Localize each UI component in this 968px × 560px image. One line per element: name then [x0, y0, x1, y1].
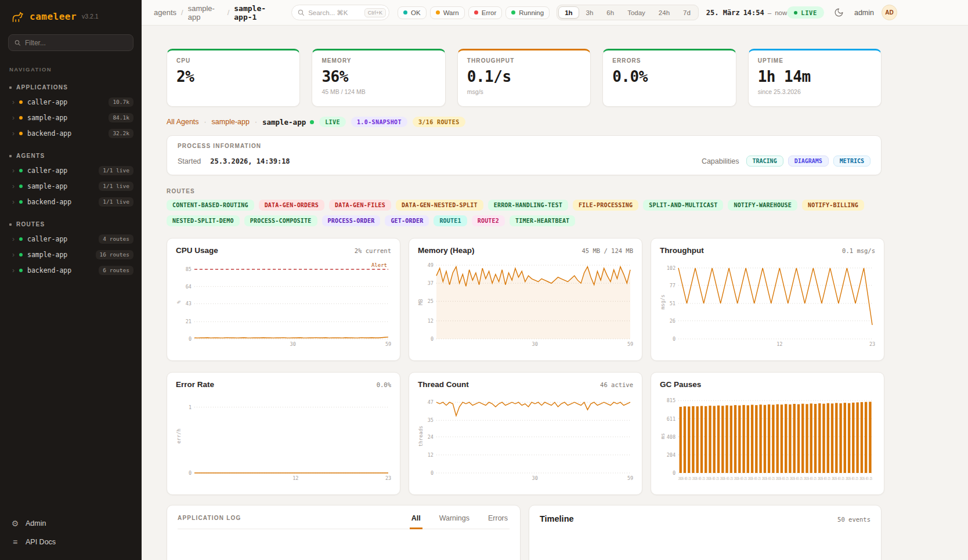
theme-toggle-button[interactable] — [832, 5, 847, 20]
sidebar-section-label: AGENTS — [16, 153, 45, 159]
route-chips: CONTENT-BASED-ROUTINGDATA-GEN-ORDERSDATA… — [167, 200, 882, 226]
svg-text:err/h: err/h — [176, 429, 182, 444]
sidebar-filter-input[interactable] — [25, 39, 127, 47]
sidebar-section-header[interactable]: ROUTES — [0, 219, 142, 231]
cameleer-logo-icon — [9, 9, 24, 24]
route-chip-data-gen-orders[interactable]: DATA-GEN-ORDERS — [259, 200, 324, 211]
top-header: agents/sample-app/sample-app-1 Ctrl+K OK… — [142, 0, 968, 26]
svg-text:23: 23 — [385, 475, 391, 481]
gear-icon: ⚙ — [10, 519, 20, 528]
route-chip-data-gen-nested-split[interactable]: DATA-GEN-NESTED-SPLIT — [396, 200, 483, 211]
range-6h[interactable]: 6h — [600, 6, 620, 19]
svg-text:2026-03-25 2026-03-25 2026-03-: 2026-03-25 2026-03-25 2026-03-25 2026-03… — [678, 476, 872, 481]
breadcrumb-item-sample-app[interactable]: sample-app — [188, 4, 223, 21]
stat-card-throughput: THROUGHPUT0.1/smsg/s — [457, 49, 591, 107]
range-3h[interactable]: 3h — [580, 6, 600, 19]
route-chip-file-processing[interactable]: FILE-PROCESSING — [573, 200, 638, 211]
svg-text:47: 47 — [428, 399, 434, 405]
breadcrumb-item-agents[interactable]: agents — [154, 8, 176, 17]
svg-text:815: 815 — [667, 398, 676, 403]
search-input[interactable] — [308, 9, 361, 16]
log-tab-all[interactable]: All — [410, 514, 422, 529]
route-chip-notify-warehouse[interactable]: NOTIFY-WAREHOUSE — [728, 200, 797, 211]
sidebar-item-caller-app[interactable]: ›caller-app4 routes — [0, 231, 142, 247]
svg-text:Alert: Alert — [371, 262, 387, 268]
svg-text:64: 64 — [186, 284, 192, 290]
global-search[interactable]: Ctrl+K — [291, 5, 389, 20]
route-chip-timer-heartbeat[interactable]: TIMER-HEARTBEAT — [510, 215, 575, 226]
sidebar-item-caller-app[interactable]: ›caller-app1/1 live — [0, 162, 142, 178]
stat-card-cpu: CPU2% — [167, 49, 300, 107]
agent-link-sample-app[interactable]: sample-app — [212, 118, 250, 126]
application-log-card: APPLICATION LOG AllWarningsErrors — [167, 505, 521, 560]
route-chip-route1[interactable]: ROUTE1 — [434, 215, 467, 226]
agent-link-all-agents[interactable]: All Agents — [167, 118, 199, 126]
time-range-selector: 1h3h6hToday24h7d — [557, 5, 699, 20]
sidebar-section-header[interactable]: AGENTS — [0, 150, 142, 162]
sidebar-item-sample-app[interactable]: ›sample-app1/1 live — [0, 178, 142, 194]
sidebar-item-badge: 6 routes — [99, 266, 133, 275]
footer-admin[interactable]: ⚙Admin — [10, 515, 131, 532]
range-24h[interactable]: 24h — [652, 6, 676, 19]
stat-sub: 45 MB / 124 MB — [322, 88, 435, 95]
route-chip-notify-billing[interactable]: NOTIFY-BILLING — [802, 200, 864, 211]
status-filter-running[interactable]: Running — [505, 6, 550, 19]
breadcrumb-separator: / — [227, 8, 230, 17]
status-filter-label: OK — [411, 9, 421, 16]
range-today[interactable]: Today — [621, 6, 652, 19]
status-filter-error[interactable]: Error — [468, 6, 503, 19]
log-tab-errors[interactable]: Errors — [486, 514, 510, 529]
svg-text:51: 51 — [670, 301, 676, 306]
search-icon — [15, 39, 21, 46]
status-dot — [19, 237, 23, 241]
route-chip-process-composite[interactable]: PROCESS-COMPOSITE — [244, 215, 317, 226]
route-chip-content-based-routing[interactable]: CONTENT-BASED-ROUTING — [167, 200, 254, 211]
chart-current-value: 0.1 msg/s — [842, 247, 875, 254]
log-tab-warnings[interactable]: Warnings — [438, 514, 471, 529]
route-chip-process-order[interactable]: PROCESS-ORDER — [322, 215, 381, 226]
chart-plot-throughput: 02651771021223msg/s — [660, 259, 875, 348]
bottom-row: APPLICATION LOG AllWarningsErrors Timeli… — [167, 505, 882, 560]
sidebar-item-backend-app[interactable]: ›backend-app32.2k — [0, 125, 142, 141]
sidebar-item-backend-app[interactable]: ›backend-app6 routes — [0, 262, 142, 278]
status-dot — [19, 132, 23, 135]
svg-text:611: 611 — [667, 416, 676, 422]
current-agent-name: sample-app — [262, 118, 306, 127]
route-chip-nested-split-demo[interactable]: NESTED-SPLIT-DEMO — [167, 215, 240, 226]
svg-text:35: 35 — [428, 417, 434, 423]
app-version: v3.2.1 — [82, 13, 99, 20]
username-label: admin — [854, 9, 874, 17]
timeline-title: Timeline — [540, 514, 574, 523]
chart-card-cpu-usage: CPU Usage2% current0214364853059%Alert — [167, 238, 400, 361]
app-logo[interactable]: cameleer v3.2.1 — [0, 0, 142, 31]
sidebar-item-sample-app[interactable]: ›sample-app84.1k — [0, 110, 142, 125]
sidebar-item-backend-app[interactable]: ›backend-app1/1 live — [0, 194, 142, 209]
capabilities-label: Capabilities — [702, 157, 739, 165]
chart-current-value: 46 active — [600, 381, 633, 388]
status-filter-label: Running — [519, 9, 544, 16]
footer-api-docs[interactable]: ≡API Docs — [10, 533, 131, 551]
status-filter-warn[interactable]: Warn — [430, 6, 465, 19]
timeline-event-count: 50 events — [837, 516, 871, 523]
status-filter-ok[interactable]: OK — [398, 6, 427, 19]
chart-title: CPU Usage — [176, 246, 218, 255]
sidebar-item-label: sample-app — [27, 114, 104, 122]
section-marker-icon — [9, 86, 12, 89]
status-dot — [19, 200, 23, 204]
route-chip-get-order[interactable]: GET-ORDER — [385, 215, 429, 226]
route-chip-split-and-multicast[interactable]: SPLIT-AND-MULTICAST — [643, 200, 723, 211]
route-chip-route2[interactable]: ROUTE2 — [472, 215, 505, 226]
stat-card-errors: ERRORS0.0% — [602, 49, 736, 107]
sidebar-item-sample-app[interactable]: ›sample-app16 routes — [0, 247, 142, 262]
svg-text:0: 0 — [189, 470, 192, 476]
range-1h[interactable]: 1h — [558, 6, 579, 19]
range-7d[interactable]: 7d — [677, 6, 697, 19]
sidebar-item-caller-app[interactable]: ›caller-app10.7k — [0, 94, 142, 110]
chart-card-gc-pauses: GC Pauses02044086118152026-03-25 2026-03… — [651, 372, 884, 495]
sidebar-section-header[interactable]: APPLICATIONS — [0, 82, 142, 94]
stat-label: ERRORS — [612, 57, 726, 64]
chart-current-value: 2% current — [355, 247, 391, 254]
route-chip-data-gen-files[interactable]: DATA-GEN-FILES — [329, 200, 391, 211]
avatar[interactable]: AD — [882, 5, 897, 20]
route-chip-error-handling-test[interactable]: ERROR-HANDLING-TEST — [488, 200, 568, 211]
